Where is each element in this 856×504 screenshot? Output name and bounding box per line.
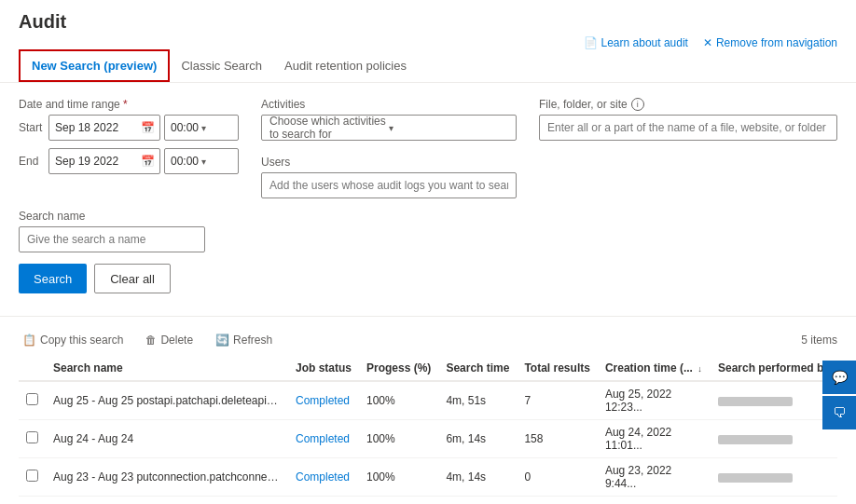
row-status-cell[interactable]: Completed — [288, 420, 359, 458]
users-input[interactable] — [261, 172, 517, 198]
row-progress-cell: 100% — [359, 497, 438, 505]
row-search-name-cell: Aug 25 - Aug 25 postapi.patchapi.deletea… — [46, 381, 288, 420]
table-row: Aug 23 - Aug 23 Completed 100% 4m, 35s 1… — [19, 497, 837, 505]
col-search-name[interactable]: Search name — [46, 356, 288, 381]
divider — [0, 316, 856, 317]
row-creation-time-cell: Aug 23, 2022 8:51... — [598, 497, 711, 505]
row-creation-time-cell: Aug 25, 2022 12:23... — [598, 381, 711, 420]
activities-dropdown-icon: ▾ — [389, 123, 508, 133]
calendar-icon-end[interactable]: 📅 — [141, 155, 155, 168]
end-label: End — [19, 155, 45, 168]
row-search-name-cell: Aug 23 - Aug 23 putconnection.patchconne… — [46, 458, 288, 497]
form-area: Date and time range * Start 📅 00:00 ▾ En… — [0, 83, 856, 308]
date-range-group: Date and time range * Start 📅 00:00 ▾ En… — [19, 98, 239, 174]
row-checkbox-1[interactable] — [26, 431, 38, 443]
file-label: File, folder, or site — [539, 98, 628, 111]
activities-select[interactable]: Choose which activities to search for ▾ — [261, 115, 517, 141]
tab-classic-search[interactable]: Classic Search — [170, 49, 273, 82]
row-search-name-cell: Aug 24 - Aug 24 — [46, 420, 288, 458]
table-area: Search name Job status Progess (%) Searc… — [0, 356, 856, 504]
row-total-results-cell: 158 — [517, 420, 597, 458]
page-title: Audit — [19, 11, 66, 33]
copy-icon: 📋 — [22, 334, 36, 347]
row-total-results-cell: 19 — [517, 497, 597, 505]
book-icon: 📄 — [584, 36, 598, 49]
start-row: Start 📅 00:00 ▾ — [19, 115, 239, 141]
row-search-time-cell: 4m, 35s — [438, 497, 517, 505]
start-label: Start — [19, 121, 45, 134]
tab-retention-policies[interactable]: Audit retention policies — [273, 49, 418, 82]
col-performed-by[interactable]: Search performed by — [711, 356, 837, 381]
remove-from-nav-link[interactable]: ✕ Remove from navigation — [703, 36, 837, 49]
table-header-row: Search name Job status Progess (%) Searc… — [19, 356, 837, 381]
end-time-value: 00:00 — [171, 155, 201, 168]
sort-desc-icon: ↓ — [697, 364, 702, 374]
calendar-icon[interactable]: 📅 — [141, 121, 155, 134]
search-button[interactable]: Search — [19, 264, 87, 293]
row-checkbox-cell[interactable] — [19, 458, 46, 497]
row-search-name-cell: Aug 23 - Aug 23 — [46, 497, 288, 505]
row-performed-by-cell — [711, 420, 837, 458]
top-links-row: 📄 Learn about audit ✕ Remove from naviga… — [0, 33, 856, 49]
items-count: 5 items — [801, 334, 837, 347]
tabs-bar: New Search (preview) Classic Search Audi… — [0, 49, 856, 83]
start-time-value: 00:00 — [171, 121, 201, 134]
chat-button[interactable]: 💬 — [822, 361, 856, 394]
start-time-input[interactable]: 00:00 ▾ — [164, 115, 239, 141]
start-date-field[interactable] — [55, 121, 137, 134]
search-name-row: Search name — [19, 210, 837, 252]
delete-button[interactable]: 🗑 Delete — [142, 332, 197, 348]
table-row: Aug 23 - Aug 23 putconnection.patchconne… — [19, 458, 837, 497]
row-progress-cell: 100% — [359, 458, 438, 497]
chevron-down-icon-end: ▾ — [201, 157, 232, 167]
clear-button[interactable]: Clear all — [94, 264, 171, 293]
col-creation-time[interactable]: Creation time (... ↓ — [598, 356, 711, 381]
search-name-input[interactable] — [19, 226, 205, 252]
col-job-status[interactable]: Job status — [288, 356, 359, 381]
date-range-label: Date and time range * — [19, 98, 239, 111]
row-progress-cell: 100% — [359, 420, 438, 458]
button-row: Search Clear all — [19, 264, 837, 293]
form-row-1: Date and time range * Start 📅 00:00 ▾ En… — [19, 98, 837, 198]
row-total-results-cell: 0 — [517, 458, 597, 497]
toolbar-left: 📋 Copy this search 🗑 Delete 🔄 Refresh — [19, 332, 276, 348]
col-progress[interactable]: Progess (%) — [359, 356, 438, 381]
search-name-label: Search name — [19, 210, 837, 223]
col-checkbox — [19, 356, 46, 381]
activities-users-group: Activities Choose which activities to se… — [261, 98, 517, 198]
row-search-time-cell: 6m, 14s — [438, 420, 517, 458]
row-search-time-cell: 4m, 14s — [438, 458, 517, 497]
copy-search-button[interactable]: 📋 Copy this search — [19, 332, 127, 348]
info-icon[interactable]: i — [631, 98, 644, 111]
col-search-time[interactable]: Search time — [438, 356, 517, 381]
end-date-input[interactable]: 📅 — [48, 148, 160, 174]
row-progress-cell: 100% — [359, 381, 438, 420]
file-label-row: File, folder, or site i — [539, 98, 837, 111]
row-checkbox-cell[interactable] — [19, 420, 46, 458]
row-status-cell[interactable]: Completed — [288, 458, 359, 497]
row-status-cell[interactable]: Completed — [288, 381, 359, 420]
row-checkbox-cell[interactable] — [19, 497, 46, 505]
row-status-cell[interactable]: Completed — [288, 497, 359, 505]
refresh-icon: 🔄 — [215, 334, 229, 347]
row-checkbox-0[interactable] — [26, 393, 38, 405]
table-row: Aug 25 - Aug 25 postapi.patchapi.deletea… — [19, 381, 837, 420]
row-checkbox-cell[interactable] — [19, 381, 46, 420]
unpin-icon: ✕ — [703, 36, 712, 49]
activities-placeholder: Choose which activities to search for — [269, 115, 389, 141]
start-date-input[interactable]: 📅 — [48, 115, 160, 141]
end-date-field[interactable] — [55, 155, 137, 168]
users-label: Users — [261, 156, 517, 169]
col-total-results[interactable]: Total results — [517, 356, 597, 381]
row-creation-time-cell: Aug 23, 2022 9:44... — [598, 458, 711, 497]
end-time-input[interactable]: 00:00 ▾ — [164, 148, 239, 174]
row-checkbox-2[interactable] — [26, 470, 38, 482]
row-total-results-cell: 7 — [517, 381, 597, 420]
tab-new-search[interactable]: New Search (preview) — [19, 49, 170, 82]
feedback-button[interactable]: 🗨 — [822, 396, 856, 429]
learn-about-audit-link[interactable]: 📄 Learn about audit — [584, 36, 688, 49]
refresh-button[interactable]: 🔄 Refresh — [212, 332, 276, 348]
table-row: Aug 24 - Aug 24 Completed 100% 6m, 14s 1… — [19, 420, 837, 458]
file-input[interactable] — [539, 115, 837, 141]
row-performed-by-cell — [711, 381, 837, 420]
